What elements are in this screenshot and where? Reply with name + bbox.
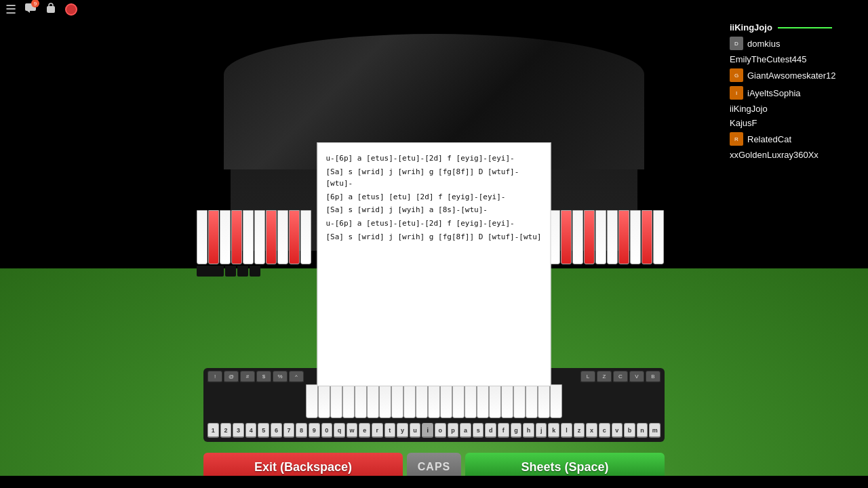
key-exclaim[interactable]: !: [208, 371, 222, 383]
key-q[interactable]: q: [334, 423, 345, 438]
player-name-label: RelatedCat: [747, 134, 791, 144]
piano-white-key[interactable]: [391, 384, 403, 418]
key-u[interactable]: u: [410, 423, 421, 438]
piano-white-key[interactable]: [452, 384, 465, 418]
key-s[interactable]: s: [473, 423, 484, 438]
key-b[interactable]: b: [624, 423, 635, 438]
key-8[interactable]: 8: [296, 423, 307, 438]
player-item: KajusF: [726, 116, 861, 130]
piano-white-key[interactable]: [367, 384, 379, 418]
piano-keys-right: [549, 210, 671, 278]
key-V[interactable]: V: [629, 371, 644, 383]
piano-white-key[interactable]: [513, 384, 526, 418]
menu-icon[interactable]: ☰: [5, 2, 16, 17]
key-e[interactable]: e: [359, 423, 370, 438]
key-o[interactable]: o: [435, 423, 446, 438]
piano-keys-left: [197, 210, 319, 278]
key-C[interactable]: C: [613, 371, 628, 383]
key-r[interactable]: r: [372, 423, 383, 438]
piano-white-key[interactable]: [355, 384, 367, 418]
record-button[interactable]: [65, 3, 77, 16]
player-item: IiAyeltsSophia: [726, 84, 861, 102]
piano-white-key[interactable]: [538, 384, 550, 418]
key-5[interactable]: 5: [258, 423, 269, 438]
key-0[interactable]: 0: [321, 423, 333, 438]
key-k[interactable]: k: [548, 423, 559, 438]
current-player: iiKingJojo: [726, 20, 861, 35]
piano-white-key[interactable]: [330, 384, 342, 418]
bottom-bar: [0, 476, 868, 488]
player-avatar: R: [730, 132, 743, 146]
key-m[interactable]: m: [649, 423, 660, 438]
player-name-label: EmilyTheCutest445: [730, 54, 806, 64]
key-j[interactable]: j: [536, 423, 547, 438]
key-i[interactable]: i: [422, 423, 433, 438]
key-4[interactable]: 4: [245, 423, 257, 438]
key-p[interactable]: p: [448, 423, 459, 438]
key-c[interactable]: c: [599, 423, 610, 438]
piano-white-key[interactable]: [318, 384, 330, 418]
key-1[interactable]: 1: [208, 423, 219, 438]
piano-white-key[interactable]: [501, 384, 513, 418]
piano-white-key[interactable]: [379, 384, 391, 418]
sheet-line: [Sa] s [wrid] j [wyih] a [8s]-[wtu]-: [326, 204, 542, 216]
player-item: xxGoldenLuxray360Xx: [726, 148, 861, 162]
key-2[interactable]: 2: [220, 423, 232, 438]
key-caret[interactable]: ^: [289, 371, 304, 383]
sheet-panel[interactable]: u-[6p] a [etus]-[etu]-[2d] f [eyig]-[eyi…: [317, 142, 551, 386]
key-d[interactable]: d: [485, 423, 496, 438]
key-z[interactable]: z: [574, 423, 585, 438]
piano-white-key[interactable]: [428, 384, 440, 418]
top-bar: ☰ 9: [0, 0, 868, 19]
chat-icon[interactable]: 9: [24, 2, 37, 17]
key-6[interactable]: 6: [271, 423, 282, 438]
piano-white-key[interactable]: [465, 384, 477, 418]
piano-white-key[interactable]: [477, 384, 489, 418]
player-name-label: domkius: [747, 39, 780, 49]
letter-key-row: 1234567890qwertyuiopasdfghjklzxcvbnm: [208, 423, 660, 438]
player-item: EmilyTheCutest445: [726, 52, 861, 66]
key-h[interactable]: h: [523, 423, 534, 438]
key-percent[interactable]: %: [273, 371, 288, 383]
key-y[interactable]: y: [397, 423, 408, 438]
piano-white-key[interactable]: [550, 384, 562, 418]
piano-white-key[interactable]: [403, 384, 416, 418]
sheet-line: u-[6p] a [etus]-[etu]-[2d] f [eyig]-[eyi…: [326, 152, 542, 165]
key-9[interactable]: 9: [309, 423, 320, 438]
key-v[interactable]: v: [612, 423, 623, 438]
key-x[interactable]: x: [586, 423, 597, 438]
bag-icon[interactable]: [45, 2, 57, 17]
svg-rect-2: [47, 6, 55, 13]
piano-white-key[interactable]: [440, 384, 452, 418]
piano-white-key[interactable]: [342, 384, 355, 418]
key-g[interactable]: g: [511, 423, 522, 438]
piano-white-key[interactable]: [306, 384, 318, 418]
key-l[interactable]: l: [561, 423, 572, 438]
key-L[interactable]: L: [580, 371, 595, 383]
sheet-line: [Sa] s [wrid] j [wrih] g [fg[8f]] D [wtu…: [326, 166, 542, 190]
sheet-content: u-[6p] a [etus]-[etu]-[2d] f [eyig]-[eyi…: [326, 152, 542, 243]
key-f[interactable]: f: [498, 423, 509, 438]
player-name-label: KajusF: [730, 118, 757, 128]
key-a[interactable]: a: [460, 423, 471, 438]
key-B-right[interactable]: B: [646, 371, 660, 383]
key-at[interactable]: @: [224, 371, 239, 383]
key-dollar[interactable]: $: [256, 371, 271, 383]
key-Z[interactable]: Z: [597, 371, 612, 383]
piano-key-row: [208, 384, 660, 422]
key-t[interactable]: t: [384, 423, 396, 438]
player-name-label: GiantAwsomeskater12: [747, 70, 836, 81]
key-n[interactable]: n: [637, 423, 648, 438]
player-list: iiKingJojo DdomkiusEmilyTheCutest445GGia…: [726, 20, 861, 162]
key-hash[interactable]: #: [240, 371, 255, 383]
piano-white-key[interactable]: [416, 384, 428, 418]
sheet-line: [Sa] s [wrid] j [wrih] g [fg[8f]] D [wtu…: [326, 231, 542, 243]
key-7[interactable]: 7: [283, 423, 295, 438]
player-avatar: D: [730, 37, 743, 50]
piano-white-key[interactable]: [489, 384, 501, 418]
player-avatar: I: [730, 86, 743, 100]
key-w[interactable]: w: [347, 423, 358, 438]
player-list-items: DdomkiusEmilyTheCutest445GGiantAwsomeska…: [726, 35, 861, 162]
piano-white-key[interactable]: [526, 384, 538, 418]
key-3[interactable]: 3: [233, 423, 244, 438]
